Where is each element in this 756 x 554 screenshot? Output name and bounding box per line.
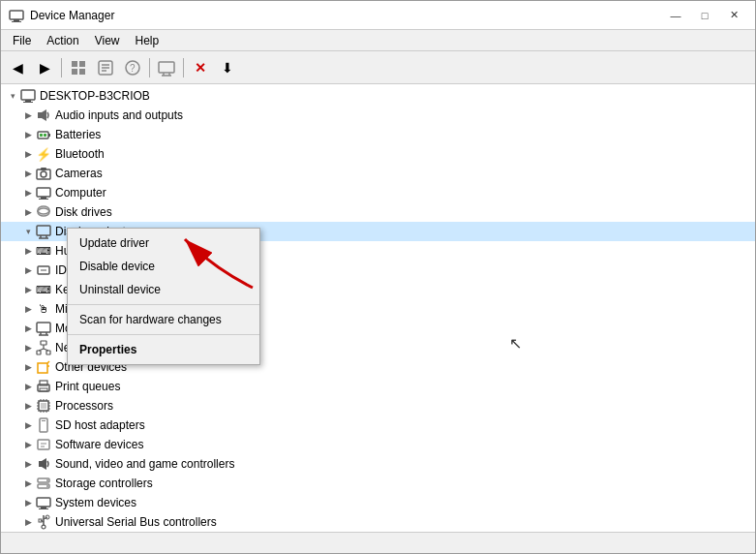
ide-expand[interactable]: ▶ xyxy=(20,262,36,278)
svg-marker-21 xyxy=(42,109,46,121)
tree-item-sd[interactable]: ▶ SD host adapters xyxy=(1,416,755,435)
monitor-button[interactable] xyxy=(154,55,179,80)
usb-icon xyxy=(36,514,51,530)
monitors-icon xyxy=(36,321,51,336)
tree-root-item[interactable]: ▾ DESKTOP-B3CRIOB xyxy=(1,86,755,106)
svg-rect-23 xyxy=(48,134,50,137)
bluetooth-label: Bluetooth xyxy=(55,147,105,161)
disk-expand[interactable]: ▶ xyxy=(20,204,36,220)
root-expand-icon[interactable]: ▾ xyxy=(5,88,20,104)
svg-rect-22 xyxy=(38,132,48,138)
svg-rect-1 xyxy=(14,19,19,21)
ctx-uninstall-device[interactable]: Uninstall device xyxy=(68,278,259,301)
ctx-separator-1 xyxy=(68,304,259,305)
software-expand[interactable]: ▶ xyxy=(20,437,36,452)
print-icon xyxy=(36,379,51,394)
svg-line-53 xyxy=(47,361,49,363)
ctx-disable-device[interactable]: Disable device xyxy=(68,255,259,278)
audio-label: Audio inputs and outputs xyxy=(55,108,183,122)
svg-rect-28 xyxy=(41,168,46,170)
svg-rect-36 xyxy=(37,226,50,235)
bluetooth-icon: ⚡ xyxy=(36,146,51,162)
svg-text:?: ? xyxy=(130,63,136,74)
cameras-expand[interactable]: ▶ xyxy=(20,166,36,181)
svg-rect-83 xyxy=(37,498,50,507)
svg-rect-25 xyxy=(44,134,46,137)
svg-rect-30 xyxy=(41,197,46,199)
menu-file[interactable]: File xyxy=(5,32,39,49)
storage-expand[interactable]: ▶ xyxy=(20,476,36,491)
maximize-button[interactable]: □ xyxy=(691,5,718,26)
device-manager-window: Device Manager — □ ✕ File Action View He… xyxy=(0,0,756,554)
minimize-button[interactable]: — xyxy=(662,5,689,26)
ctx-properties[interactable]: Properties xyxy=(68,338,259,361)
storage-label: Storage controllers xyxy=(55,477,153,490)
tree-item-usb[interactable]: ▶ Universal Serial Bus controllers xyxy=(1,512,755,532)
hid-icon: ⌨ xyxy=(36,243,51,259)
print-expand[interactable]: ▶ xyxy=(20,379,36,394)
show-hide-button[interactable] xyxy=(66,55,91,80)
svg-rect-2 xyxy=(12,21,21,22)
svg-rect-73 xyxy=(42,420,45,421)
ctx-scan-hardware[interactable]: Scan for hardware changes xyxy=(68,308,259,331)
processors-expand[interactable]: ▶ xyxy=(20,398,36,414)
tree-item-bluetooth[interactable]: ▶ ⚡ Bluetooth xyxy=(1,144,755,164)
tree-item-print[interactable]: ▶ Print queues xyxy=(1,377,755,396)
back-button[interactable]: ◀ xyxy=(5,55,30,80)
svg-rect-90 xyxy=(39,519,42,522)
main-content: ▾ DESKTOP-B3CRIOB ▶ xyxy=(1,84,755,532)
svg-rect-59 xyxy=(41,403,46,409)
storage-icon xyxy=(36,476,51,491)
tree-item-disk[interactable]: ▶ Disk drives xyxy=(1,202,755,222)
svg-rect-4 xyxy=(79,61,85,67)
mice-expand[interactable]: ▶ xyxy=(20,301,36,317)
help-button[interactable]: ? xyxy=(120,55,145,80)
download-button[interactable]: ⬇ xyxy=(215,55,240,80)
other-icon xyxy=(36,359,51,375)
sound-icon xyxy=(36,456,51,472)
audio-expand[interactable]: ▶ xyxy=(20,108,36,123)
other-expand[interactable]: ▶ xyxy=(20,359,36,375)
forward-button[interactable]: ▶ xyxy=(32,55,57,80)
processors-label: Processors xyxy=(55,399,113,413)
sound-expand[interactable]: ▶ xyxy=(20,456,36,472)
ctx-update-driver[interactable]: Update driver xyxy=(68,231,259,255)
tree-item-processors[interactable]: ▶ xyxy=(1,396,755,416)
tree-item-system[interactable]: ▶ System devices xyxy=(1,493,755,512)
svg-rect-48 xyxy=(46,351,50,354)
computer-expand[interactable]: ▶ xyxy=(20,185,36,200)
svg-rect-57 xyxy=(40,388,47,391)
display-expand[interactable]: ▾ xyxy=(20,224,36,239)
cameras-icon xyxy=(36,166,51,181)
svg-rect-85 xyxy=(39,508,48,509)
close-button[interactable]: ✕ xyxy=(720,5,747,26)
tree-item-computer[interactable]: ▶ Computer xyxy=(1,183,755,202)
menu-help[interactable]: Help xyxy=(128,32,167,49)
network-expand[interactable]: ▶ xyxy=(20,340,36,355)
tree-item-software[interactable]: ▶ Software devices xyxy=(1,435,755,454)
menu-view[interactable]: View xyxy=(87,32,128,49)
properties-button[interactable] xyxy=(93,55,118,80)
monitors-expand[interactable]: ▶ xyxy=(20,321,36,336)
toolbar-separator-1 xyxy=(61,58,62,77)
tree-item-storage[interactable]: ▶ Storage controllers xyxy=(1,474,755,493)
svg-point-82 xyxy=(46,485,48,487)
svg-line-51 xyxy=(44,349,48,351)
menu-action[interactable]: Action xyxy=(39,32,86,49)
sd-expand[interactable]: ▶ xyxy=(20,417,36,433)
keyboard-expand[interactable]: ▶ xyxy=(20,282,36,297)
system-expand[interactable]: ▶ xyxy=(20,495,36,510)
tree-item-cameras[interactable]: ▶ Cameras xyxy=(1,164,755,183)
usb-expand[interactable]: ▶ xyxy=(20,514,36,530)
display-icon xyxy=(36,224,51,239)
batteries-expand[interactable]: ▶ xyxy=(20,127,36,142)
hid-expand[interactable]: ▶ xyxy=(20,243,36,259)
tree-item-sound[interactable]: ▶ Sound, video and game controllers xyxy=(1,454,755,474)
tree-item-batteries[interactable]: ▶ Batteries xyxy=(1,125,755,144)
svg-line-50 xyxy=(39,349,44,351)
processors-icon xyxy=(36,398,51,414)
bluetooth-expand[interactable]: ▶ xyxy=(20,146,36,162)
tree-item-audio[interactable]: ▶ Audio inputs and outputs xyxy=(1,106,755,125)
delete-button[interactable]: ✕ xyxy=(188,55,213,80)
system-label: System devices xyxy=(55,496,136,509)
